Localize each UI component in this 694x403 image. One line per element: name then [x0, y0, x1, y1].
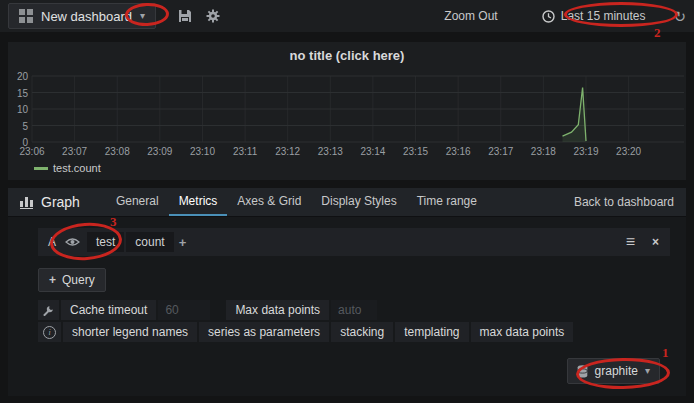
- toggle-series-as-parameters[interactable]: series as parameters: [199, 322, 329, 342]
- legend-series-marker: [34, 167, 48, 170]
- toggle-max-data-points[interactable]: max data points: [471, 322, 574, 342]
- toggle-stacking[interactable]: stacking: [331, 322, 393, 342]
- x-tick-label: 23:16: [441, 146, 475, 157]
- zoom-out-button[interactable]: Zoom Out: [444, 9, 497, 23]
- x-tick-label: 23:20: [612, 146, 646, 157]
- plot-area: 23:0623:0723:0823:0923:1023:1123:1223:13…: [8, 42, 686, 180]
- toggle-shorter-legend-names[interactable]: shorter legend names: [63, 322, 197, 342]
- metric-segment-count[interactable]: count: [126, 232, 173, 252]
- x-tick-label: 23:09: [143, 146, 177, 157]
- legend-series-label[interactable]: test.count: [53, 162, 101, 174]
- metric-segments: test count +: [87, 232, 189, 252]
- database-icon: [577, 365, 588, 378]
- x-tick-label: 23:17: [484, 146, 518, 157]
- chevron-down-icon: ▾: [140, 11, 145, 21]
- gear-icon: [206, 9, 220, 23]
- help-toggles-row: i shorter legend names series as paramet…: [38, 322, 573, 342]
- wrench-icon-cell: [38, 300, 59, 320]
- tab-display-styles[interactable]: Display Styles: [311, 188, 406, 216]
- x-tick-label: 23:18: [526, 146, 560, 157]
- query-row-label[interactable]: A: [46, 235, 58, 249]
- top-navbar: New dashboard ▾ Zoom Out: [0, 0, 694, 32]
- remove-query-icon[interactable]: ×: [652, 235, 659, 249]
- y-tick-label: 10: [10, 104, 28, 115]
- cache-timeout-row: Cache timeout Max data points: [38, 300, 573, 320]
- cache-timeout-input[interactable]: [158, 300, 210, 320]
- wrench-icon: [43, 305, 54, 316]
- x-tick-label: 23:07: [58, 146, 92, 157]
- time-range-label: Last 15 minutes: [561, 9, 646, 23]
- x-tick-label: 23:13: [313, 146, 347, 157]
- query-row: A test count + ≡ ×: [38, 228, 670, 256]
- dashboard-picker-button[interactable]: New dashboard ▾: [8, 3, 156, 29]
- graph-panel: no title (click here) 23:0623:0723:0823:…: [8, 42, 686, 180]
- y-tick-label: 0: [10, 137, 28, 148]
- editor-header: Graph General Metrics Axes & Grid Displa…: [8, 188, 686, 217]
- apps-grid-icon: [19, 9, 33, 23]
- eye-icon[interactable]: [65, 237, 80, 247]
- max-data-points-input[interactable]: [331, 300, 377, 320]
- bar-chart-icon: [20, 195, 33, 209]
- y-tick-label: 15: [10, 88, 28, 99]
- add-query-label: Query: [62, 273, 95, 287]
- x-tick-label: 23:15: [399, 146, 433, 157]
- tab-general[interactable]: General: [106, 188, 169, 216]
- dashboard-title: New dashboard: [41, 9, 132, 24]
- y-tick-label: 20: [10, 71, 28, 82]
- grafana-window: New dashboard ▾ Zoom Out: [0, 0, 694, 403]
- y-tick-label: 5: [10, 121, 28, 132]
- query-menu-icon[interactable]: ≡: [626, 234, 635, 250]
- max-data-points-label: Max data points: [226, 300, 329, 320]
- panel-type-label: Graph: [41, 194, 80, 210]
- x-tick-label: 23:08: [100, 146, 134, 157]
- toggle-templating[interactable]: templating: [395, 322, 468, 342]
- x-tick-label: 23:14: [356, 146, 390, 157]
- add-query-button[interactable]: + Query: [38, 268, 106, 292]
- tab-time-range[interactable]: Time range: [407, 188, 487, 216]
- save-icon: [178, 9, 192, 23]
- refresh-icon[interactable]: ↻: [673, 9, 686, 24]
- x-tick-label: 23:11: [228, 146, 262, 157]
- back-to-dashboard-link[interactable]: Back to dashboard: [574, 195, 674, 209]
- max-data-points-cell: [331, 300, 377, 320]
- clock-icon: [542, 10, 555, 23]
- settings-button[interactable]: [206, 9, 220, 23]
- plot-svg: [32, 76, 684, 142]
- panel-editor: Graph General Metrics Axes & Grid Displa…: [8, 188, 686, 396]
- x-tick-label: 23:12: [271, 146, 305, 157]
- chevron-down-icon: ▾: [645, 366, 650, 376]
- tab-axes-grid[interactable]: Axes & Grid: [227, 188, 311, 216]
- x-tick-label: 23:19: [569, 146, 603, 157]
- datasource-picker-button[interactable]: graphite ▾: [567, 358, 660, 384]
- cache-timeout-cell: [158, 300, 210, 320]
- info-icon: i: [43, 326, 56, 339]
- plus-icon: +: [49, 273, 56, 287]
- tab-metrics[interactable]: Metrics: [169, 188, 228, 216]
- legend: test.count: [34, 162, 101, 174]
- cache-timeout-label: Cache timeout: [61, 300, 156, 320]
- x-tick-label: 23:10: [185, 146, 219, 157]
- datasource-label: graphite: [595, 364, 638, 378]
- time-picker-button[interactable]: Last 15 minutes: [542, 9, 646, 23]
- save-dashboard-button[interactable]: [178, 9, 192, 23]
- add-segment-button[interactable]: +: [176, 235, 190, 250]
- query-options: Cache timeout Max data points i shorter …: [38, 300, 573, 344]
- info-icon-cell: i: [38, 322, 61, 342]
- metric-segment-test[interactable]: test: [87, 232, 124, 252]
